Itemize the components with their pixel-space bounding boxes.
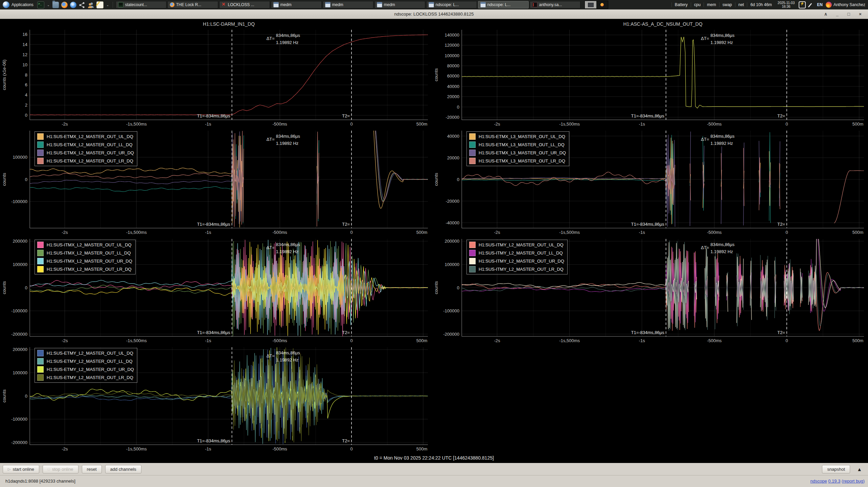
- about-links: ndscope 0.19.3 (report bug): [810, 479, 865, 484]
- x-tick-label: 500m: [416, 338, 428, 343]
- notes-icon[interactable]: [96, 1, 104, 8]
- t1-cursor-label: T1=-834ms,86µs: [197, 222, 230, 227]
- version-link[interactable]: 0.19.3: [828, 479, 840, 484]
- workspace-2[interactable]: [596, 1, 608, 8]
- add-channels-button[interactable]: add channels: [105, 465, 141, 473]
- y-tick-label: 200000: [13, 239, 27, 244]
- plot-sus-etmx-l2[interactable]: 1000000-100000-2s-1s,500ms-1s-500ms0500m…: [0, 128, 432, 236]
- firefox-icon[interactable]: [61, 2, 68, 8]
- legend-channel-name: H1:SUS-ETMX_L2_MASTER_OUT_UR_DQ: [47, 150, 134, 155]
- reset-button[interactable]: reset: [82, 465, 102, 473]
- legend-channel-name: H1:SUS-ETMY_L2_MASTER_OUT_UL_DQ: [47, 351, 133, 356]
- tray-monitors: Batterycpumemswapnet6d 10h 46m: [671, 2, 775, 7]
- delta-t-time: 834ms,86µs: [710, 134, 735, 139]
- x-tick-label: -2s: [62, 230, 68, 235]
- terminal-launcher-icon[interactable]: [37, 1, 44, 8]
- legend-swatch: [469, 266, 476, 272]
- start-online-button[interactable]: ▷ start online: [3, 465, 39, 473]
- expand-panel-button[interactable]: ▲: [853, 466, 865, 472]
- chevron-down-icon[interactable]: ⌄: [47, 3, 50, 7]
- trace: [462, 37, 864, 108]
- y-tick-label: 100000: [13, 370, 27, 375]
- plot-sus-etmy-l2[interactable]: 2000001000000-100000-200000-2s-1s,500ms-…: [0, 345, 432, 453]
- x-tick-label: -1s,500ms: [559, 121, 580, 127]
- shade-button[interactable]: ∧: [821, 10, 831, 18]
- taskbar-window-label: medm: [384, 2, 395, 7]
- t1-cursor-label: T1=-834ms,86µs: [197, 330, 230, 335]
- browser-icon[interactable]: [70, 2, 76, 8]
- x-tick-label: -2s: [62, 338, 68, 343]
- whisker-menu-icon: [3, 1, 9, 8]
- x-tick-label: -2s: [494, 230, 500, 235]
- chevron-down-icon[interactable]: ⌄: [106, 3, 109, 7]
- report-bug-link[interactable]: report bug: [843, 479, 863, 484]
- stylus-icon[interactable]: [808, 2, 814, 8]
- close-button[interactable]: ×: [855, 10, 865, 18]
- delta-t-time: 834ms,86µs: [276, 350, 300, 355]
- plot-sus-itmx-l2[interactable]: 2000001000000-100000-200000-2s-1s,500ms-…: [0, 236, 432, 345]
- legend-swatch: [469, 258, 476, 264]
- applications-menu[interactable]: Applications: [1, 1, 35, 9]
- tray-item[interactable]: mem: [704, 2, 719, 7]
- file-manager-icon[interactable]: [52, 2, 59, 8]
- plot-title: H1:LSC-DARM_IN1_DQ: [203, 21, 255, 27]
- y-tick-label: 60000: [447, 73, 459, 79]
- taskbar-window-button[interactable]: medm: [323, 1, 373, 8]
- taskbar-window-button[interactable]: ndscope: L...: [426, 1, 477, 8]
- plot-sus-itmy-l2[interactable]: 2000001000000-100000-200000-2s-1s,500ms-…: [432, 236, 868, 345]
- taskbar-window-button[interactable]: LOCKLOSS ...: [219, 1, 270, 8]
- play-icon: ▷: [8, 467, 10, 471]
- y-tick-label: 4: [25, 92, 27, 97]
- tray-item[interactable]: Battery: [671, 2, 691, 7]
- users-icon[interactable]: [88, 2, 94, 8]
- legend-swatch: [37, 350, 44, 356]
- snapshot-button[interactable]: snapshot: [822, 465, 850, 473]
- taskbar-window-button[interactable]: statecount...: [116, 1, 166, 8]
- ndscope-link[interactable]: ndscope: [810, 479, 827, 484]
- x-tick-label: -500ms: [272, 230, 287, 235]
- tray-item[interactable]: cpu: [691, 2, 704, 7]
- power-manager-icon[interactable]: [799, 1, 806, 8]
- taskbar-window-button[interactable]: THE Lock R...: [167, 1, 218, 8]
- legend-channel-name: H1:SUS-ETMX_L3_MASTER_OUT_LR_DQ: [479, 158, 565, 163]
- plot-lsc-darm[interactable]: 1614121086420-2s-1s,500ms-1s-500ms0500mc…: [0, 20, 432, 128]
- app-window-icon: [273, 2, 279, 7]
- x-tick-label: -1s: [205, 338, 211, 343]
- x-tick-label: -1s,500ms: [126, 121, 147, 127]
- delta-t-frequency: 1.19892 Hz: [710, 141, 733, 146]
- x-tick-label: 500m: [416, 230, 428, 235]
- taskbar-window-button[interactable]: anthony.sa...: [530, 1, 580, 8]
- keyboard-layout[interactable]: EN: [816, 2, 824, 7]
- tray-item[interactable]: 6d 10h 46m: [747, 2, 775, 7]
- plot-asc-as-nsum[interactable]: 140000120000100000800006000040000200000-…: [432, 20, 868, 128]
- window-titlebar[interactable]: ndscope: LOCKLOSS 1446243880.8125 ∧ _ □ …: [0, 9, 868, 19]
- taskbar-window-button[interactable]: medm: [271, 1, 322, 8]
- clock[interactable]: 2025-11-03 16:36: [775, 1, 797, 8]
- legend-entry: H1:SUS-ITMY_L2_MASTER_OUT_LL_DQ: [469, 250, 564, 256]
- taskbar-window-label: ndscope: L...: [436, 2, 459, 7]
- x-tick-label: -1s: [639, 121, 645, 127]
- plot-sus-etmx-l3[interactable]: 40000200000-20000-40000-2s-1s,500ms-1s-5…: [432, 128, 868, 236]
- legend-swatch: [37, 358, 44, 364]
- launcher-area: Applications ⌄ ⌄: [1, 1, 114, 9]
- taskbar-window-button[interactable]: ndscope: L...: [478, 1, 529, 8]
- profile-icon[interactable]: [826, 2, 832, 8]
- delta-t-prefix: ΔT=: [701, 137, 709, 142]
- stop-online-button[interactable]: □ stop online: [43, 465, 78, 473]
- share-icon[interactable]: [79, 2, 85, 8]
- tray-item[interactable]: net: [735, 2, 747, 7]
- legend-entry: H1:SUS-ITMY_L2_MASTER_OUT_LR_DQ: [469, 266, 564, 272]
- legend-swatch: [37, 258, 44, 264]
- x-tick-label: 500m: [852, 230, 864, 235]
- tray-item[interactable]: swap: [719, 2, 735, 7]
- x-tick-label: 0: [785, 338, 788, 343]
- taskbar-window-label: LOCKLOSS ...: [228, 2, 254, 7]
- minimize-button[interactable]: _: [832, 10, 842, 18]
- workspace-1[interactable]: [585, 1, 596, 8]
- maximize-button[interactable]: □: [844, 10, 854, 18]
- y-tick-label: -200000: [443, 332, 459, 337]
- legend-swatch: [469, 141, 476, 148]
- taskbar-window-button[interactable]: medm: [374, 1, 425, 8]
- x-tick-label: -1s: [639, 230, 645, 235]
- x-tick-label: -2s: [62, 446, 68, 451]
